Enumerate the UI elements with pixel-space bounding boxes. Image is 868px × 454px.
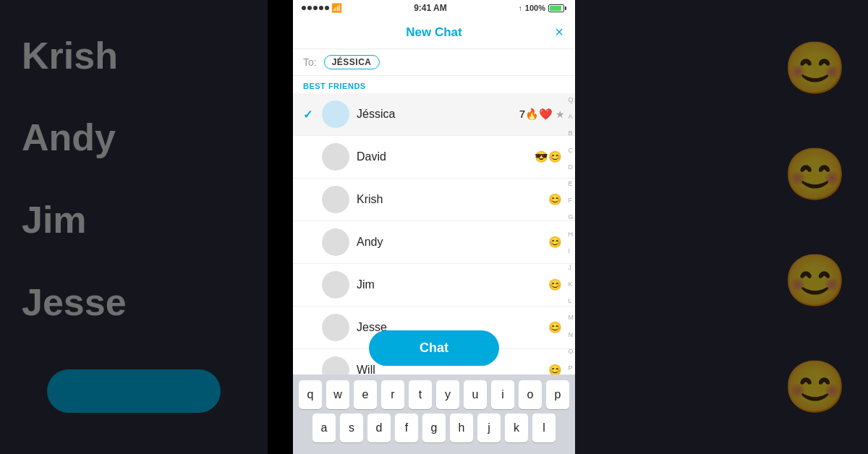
alpha-n[interactable]: N	[569, 331, 574, 338]
alpha-g[interactable]: G	[569, 213, 574, 220]
key-h[interactable]: h	[450, 414, 473, 442]
key-l[interactable]: l	[532, 414, 556, 442]
alphabet-sidebar[interactable]: Q A B C D E F G H I J K L M N O P	[567, 93, 576, 374]
key-w[interactable]: w	[326, 380, 349, 409]
status-left: 📶	[302, 3, 342, 13]
contact-emoji-krish: 😊	[548, 193, 562, 206]
bg-emoji-1: 😊	[579, 38, 846, 98]
keyboard: q w e r t y u i o p a s d f g h j k l	[293, 374, 575, 454]
bg-name-andy: Andy	[22, 116, 246, 159]
recipient-chip[interactable]: JÉSSICA	[324, 55, 380, 69]
signal-dot-1	[302, 6, 306, 10]
alpha-b[interactable]: B	[569, 129, 574, 137]
key-a[interactable]: a	[312, 414, 336, 442]
alpha-a[interactable]: A	[569, 113, 574, 120]
header: New Chat ×	[293, 16, 575, 49]
contact-item-jesse[interactable]: ✓ Jesse 😊 Chat	[293, 307, 575, 349]
background-left: Krish Andy Jim Jesse	[0, 0, 268, 454]
to-field: To: JÉSSICA	[293, 49, 575, 76]
key-i[interactable]: i	[491, 380, 514, 409]
key-s[interactable]: s	[340, 414, 363, 442]
checkmark-icon: ✓	[303, 108, 315, 121]
key-y[interactable]: y	[436, 380, 459, 409]
alpha-e[interactable]: E	[569, 180, 574, 187]
alpha-q[interactable]: Q	[569, 96, 574, 103]
bg-chat-button	[47, 369, 221, 413]
contact-emoji-jesse: 😊	[548, 321, 562, 334]
signal-dot-2	[307, 6, 312, 10]
alpha-d[interactable]: D	[569, 163, 574, 171]
bg-name-krish: Krish	[22, 34, 246, 77]
alpha-i[interactable]: I	[569, 247, 574, 254]
alpha-h[interactable]: H	[569, 231, 574, 238]
contact-item-andy[interactable]: ✓ Andy 😊	[293, 221, 575, 264]
avatar-will	[322, 356, 349, 374]
no-checkmark-andy: ✓	[303, 236, 315, 249]
keyboard-row-1: q w e r t y u i o p	[296, 380, 572, 409]
background-right: 😊 😊 😊 😊	[557, 0, 868, 454]
contact-item-krish[interactable]: ✓ Krish 😊	[293, 179, 575, 221]
bg-emoji-3: 😊	[579, 251, 846, 310]
contact-emoji-andy: 😊	[548, 236, 562, 249]
header-title: New Chat	[406, 25, 461, 40]
key-g[interactable]: g	[422, 414, 446, 442]
bg-name-jesse: Jesse	[22, 280, 246, 324]
no-checkmark-jim: ✓	[303, 278, 315, 292]
contact-item-jim[interactable]: ✓ Jim 😊	[293, 264, 575, 307]
key-r[interactable]: r	[381, 380, 404, 409]
avatar-david	[322, 143, 349, 171]
key-f[interactable]: f	[395, 414, 418, 442]
battery-percent: 100%	[525, 4, 545, 12]
key-o[interactable]: o	[519, 380, 542, 409]
key-p[interactable]: p	[546, 380, 569, 409]
keyboard-row-2: a s d f g h j k l	[296, 414, 572, 442]
key-k[interactable]: k	[505, 414, 528, 442]
contact-item-david[interactable]: ✓ David 😎😊	[293, 136, 575, 179]
avatar-krish	[322, 186, 349, 213]
bg-emoji-4: 😊	[579, 357, 846, 416]
alpha-l[interactable]: L	[569, 297, 574, 304]
alpha-j[interactable]: J	[569, 264, 574, 271]
star-icon: ★	[556, 108, 565, 120]
avatar-jessica	[322, 100, 349, 128]
status-right: ↑ 100%	[519, 4, 566, 12]
status-time: 9:41 AM	[414, 3, 447, 13]
no-checkmark-david: ✓	[303, 150, 315, 164]
contact-name-david: David	[357, 150, 535, 163]
phone-frame: 📶 9:41 AM ↑ 100% New Chat × To: JÉSSICA …	[293, 0, 575, 454]
key-d[interactable]: d	[367, 414, 391, 442]
no-checkmark-jesse: ✓	[303, 321, 315, 335]
alpha-c[interactable]: C	[569, 147, 574, 154]
location-icon: ↑	[519, 4, 522, 12]
key-j[interactable]: j	[477, 414, 501, 442]
signal-dot-3	[313, 6, 318, 10]
signal-dot-5	[325, 6, 329, 10]
key-e[interactable]: e	[354, 380, 377, 409]
no-checkmark-will: ✓	[303, 364, 315, 375]
no-checkmark-krish: ✓	[303, 193, 315, 207]
key-q[interactable]: q	[299, 380, 322, 409]
wifi-icon: 📶	[331, 3, 342, 13]
alpha-p[interactable]: P	[569, 364, 574, 372]
alpha-m[interactable]: M	[569, 314, 574, 321]
contact-name-jim: Jim	[357, 278, 548, 291]
battery-body	[548, 4, 564, 12]
avatar-jesse	[322, 314, 349, 341]
alpha-o[interactable]: O	[569, 348, 574, 355]
signal-dots	[302, 6, 329, 10]
contact-item-jessica[interactable]: ✓ Jéssica 7🔥❤️ ★	[293, 93, 575, 136]
contact-emoji-david: 😎😊	[535, 150, 562, 163]
alpha-f[interactable]: F	[569, 197, 574, 204]
close-button[interactable]: ×	[555, 24, 563, 40]
contact-list: ✓ Jéssica 7🔥❤️ ★ ✓ David 😎😊 ✓ Krish 😊 ✓ …	[293, 93, 575, 374]
contact-name-krish: Krish	[357, 193, 548, 206]
bg-emoji-2: 😊	[579, 145, 846, 204]
contact-meta-jessica: 7🔥❤️	[519, 108, 553, 121]
avatar-andy	[322, 228, 349, 256]
chat-button[interactable]: Chat	[369, 330, 499, 366]
contact-name-jessica: Jéssica	[357, 108, 519, 121]
key-t[interactable]: t	[409, 380, 432, 409]
key-u[interactable]: u	[464, 380, 487, 409]
alpha-k[interactable]: K	[569, 280, 574, 288]
best-friends-label: BEST FRIENDS	[293, 76, 575, 93]
